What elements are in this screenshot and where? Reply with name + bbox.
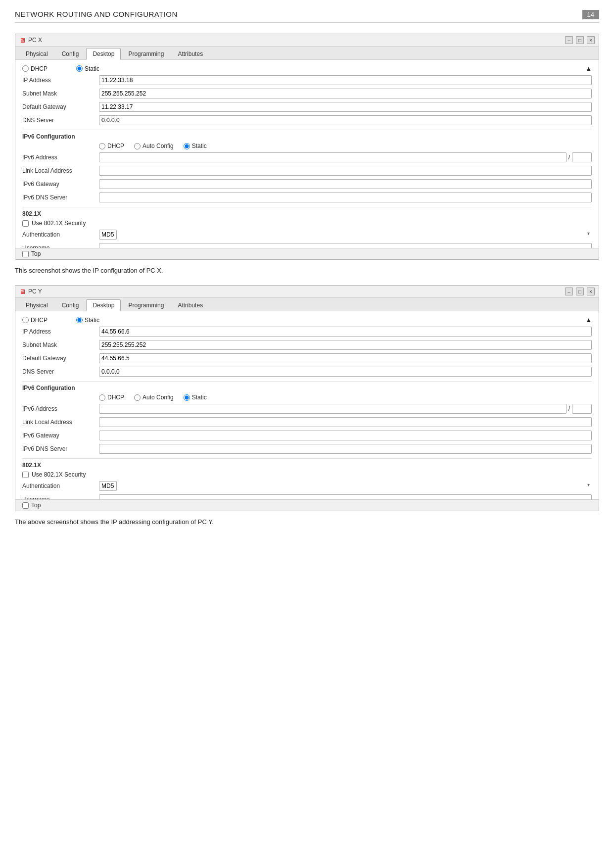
pcy-ipv6-auto-item[interactable]: Auto Config xyxy=(134,394,174,401)
pcx-dns-server-input[interactable] xyxy=(99,115,592,125)
pcx-username-input[interactable] xyxy=(99,243,592,248)
pcx-ipv6-gateway-label: IPv6 Gateway xyxy=(22,181,99,188)
pcx-tab-programming[interactable]: Programming xyxy=(122,48,170,59)
pcy-minimize-button[interactable]: – xyxy=(565,288,573,295)
pcy-ip-address-input[interactable] xyxy=(99,327,592,337)
pcx-use-dot1x-checkbox[interactable] xyxy=(22,220,29,227)
pcx-tab-physical[interactable]: Physical xyxy=(19,48,54,59)
pcy-default-gateway-input[interactable] xyxy=(99,353,592,363)
pcy-dhcp-radio[interactable] xyxy=(22,317,29,323)
pcx-auth-select-wrapper: MD5 xyxy=(99,230,592,240)
pcy-tab-physical[interactable]: Physical xyxy=(19,299,54,311)
pcy-ipv6-static-item[interactable]: Static xyxy=(184,394,207,401)
pcy-static-radio[interactable] xyxy=(76,317,83,323)
pcy-tab-programming[interactable]: Programming xyxy=(122,299,170,311)
pcx-subnet-mask-label: Subnet Mask xyxy=(22,90,99,97)
pcy-ipv6-address-input[interactable] xyxy=(99,404,567,414)
pcx-ipv6-dns-input[interactable] xyxy=(99,193,592,202)
pcx-minimize-button[interactable]: – xyxy=(565,36,573,44)
pcy-dhcp-radio-item[interactable]: DHCP xyxy=(22,317,47,324)
pcy-maximize-button[interactable]: □ xyxy=(576,288,584,295)
pcy-dns-server-input[interactable] xyxy=(99,367,592,377)
pcx-default-gateway-label: Default Gateway xyxy=(22,103,99,110)
pcy-link-local-label: Link Local Address xyxy=(22,419,99,426)
pcy-auth-row: Authentication MD5 xyxy=(22,481,592,491)
pcy-top-label: Top xyxy=(31,502,41,509)
pcx-ipv6-prefix-input[interactable] xyxy=(572,152,592,162)
pcy-window-controls: – □ × xyxy=(565,288,595,295)
pcx-ipv6-auto-label: Auto Config xyxy=(142,143,174,149)
pcy-username-input[interactable] xyxy=(99,494,592,499)
pcy-tab-desktop[interactable]: Desktop xyxy=(86,299,121,311)
pcx-ip-address-input[interactable] xyxy=(99,75,592,85)
pcy-top-checkbox[interactable] xyxy=(22,502,29,509)
pcy-auth-select[interactable]: MD5 xyxy=(99,481,117,491)
pcy-close-button[interactable]: × xyxy=(587,288,595,295)
pcy-dhcp-label: DHCP xyxy=(31,317,47,324)
pcy-ipv6-auto-radio[interactable] xyxy=(134,394,141,401)
pcy-form-content: DHCP Static ▲ IP Address Subnet Mask Def… xyxy=(15,311,599,499)
pcx-link-local-label: Link Local Address xyxy=(22,167,99,174)
pcx-ipv6-auto-radio[interactable] xyxy=(134,143,141,149)
pcx-ipv6-address-input[interactable] xyxy=(99,152,567,162)
pcx-ipv6-dhcp-item[interactable]: DHCP xyxy=(99,143,124,149)
pcx-auth-label: Authentication xyxy=(22,231,99,238)
pcx-ip-address-row: IP Address xyxy=(22,75,592,86)
pcx-dhcp-radio[interactable] xyxy=(22,65,29,72)
pcx-link-local-input[interactable] xyxy=(99,166,592,176)
pcy-link-local-input[interactable] xyxy=(99,417,592,427)
pcy-auth-label: Authentication xyxy=(22,482,99,489)
pcx-default-gateway-input[interactable] xyxy=(99,102,592,112)
pcy-link-local-row: Link Local Address xyxy=(22,417,592,428)
pcx-ipv6-gateway-input[interactable] xyxy=(99,179,592,189)
pcx-static-radio-item[interactable]: Static xyxy=(76,65,99,72)
pcx-maximize-button[interactable]: □ xyxy=(576,36,584,44)
pcx-ipv6-static-radio[interactable] xyxy=(184,143,190,149)
pcx-auth-select[interactable]: MD5 xyxy=(99,230,117,240)
pcx-use-dot1x-row: Use 802.1X Security xyxy=(22,220,592,227)
pcy-tab-config[interactable]: Config xyxy=(55,299,86,311)
pcx-static-radio[interactable] xyxy=(76,65,83,72)
pcy-ipv6-dhcp-radio[interactable] xyxy=(99,394,105,401)
pcx-dns-server-row: DNS Server xyxy=(22,115,592,126)
pcx-dhcp-label: DHCP xyxy=(31,65,47,72)
pcy-ipv6-prefix-input[interactable] xyxy=(572,404,592,414)
pcx-dhcp-radio-item[interactable]: DHCP xyxy=(22,65,47,72)
pcx-titlebar: 🖥 PC X – □ × xyxy=(15,34,599,47)
pcy-use-dot1x-label: Use 802.1X Security xyxy=(32,471,86,478)
pcy-static-radio-item[interactable]: Static xyxy=(76,317,99,324)
pcx-tab-attributes[interactable]: Attributes xyxy=(171,48,209,59)
pcx-ip-address-label: IP Address xyxy=(22,77,99,84)
pcy-subnet-mask-row: Subnet Mask xyxy=(22,339,592,350)
pcy-username-row: Username xyxy=(22,494,592,499)
pcy-subnet-mask-input[interactable] xyxy=(99,340,592,350)
pcx-ipv6-auto-item[interactable]: Auto Config xyxy=(134,143,174,149)
pcx-subnet-mask-input[interactable] xyxy=(99,89,592,98)
pcx-close-button[interactable]: × xyxy=(587,36,595,44)
pcy-ipv6-gateway-input[interactable] xyxy=(99,431,592,440)
page-title: NETWORK ROUTING AND CONFIGURATION xyxy=(15,10,178,18)
pcx-tab-desktop[interactable]: Desktop xyxy=(86,48,121,60)
pcy-ipv6-dhcp-item[interactable]: DHCP xyxy=(99,394,124,401)
pcx-window-title: PC X xyxy=(28,37,42,44)
pcy-ipv6-slash: / xyxy=(567,405,572,412)
pcy-tab-attributes[interactable]: Attributes xyxy=(171,299,209,311)
pcy-ipv6-static-radio[interactable] xyxy=(184,394,190,401)
pcx-ipv6-dhcp-radio[interactable] xyxy=(99,143,105,149)
pcy-ipv6-dns-label: IPv6 DNS Server xyxy=(22,445,99,452)
pcx-ipv6-gateway-row: IPv6 Gateway xyxy=(22,179,592,190)
pcx-scroll-up: ▲ xyxy=(585,65,592,72)
pcx-title-left: 🖥 PC X xyxy=(19,37,42,44)
pcx-window-footer: Top xyxy=(15,248,599,259)
pcy-use-dot1x-checkbox[interactable] xyxy=(22,472,29,478)
pcy-use-dot1x-row: Use 802.1X Security xyxy=(22,471,592,478)
pcx-top-checkbox[interactable] xyxy=(22,251,29,257)
pcx-ipv6-dns-row: IPv6 DNS Server xyxy=(22,192,592,203)
pcy-ipv6-address-row: IPv6 Address / xyxy=(22,403,592,414)
pcy-ipv6-dns-input[interactable] xyxy=(99,444,592,454)
pcy-ipv6-radio-row: DHCP Auto Config Static xyxy=(22,394,592,401)
pcy-titlebar: 🖥 PC Y – □ × xyxy=(15,286,599,298)
pcx-tab-config[interactable]: Config xyxy=(55,48,86,59)
pcx-window-controls: – □ × xyxy=(565,36,595,44)
pcx-ipv6-static-item[interactable]: Static xyxy=(184,143,207,149)
